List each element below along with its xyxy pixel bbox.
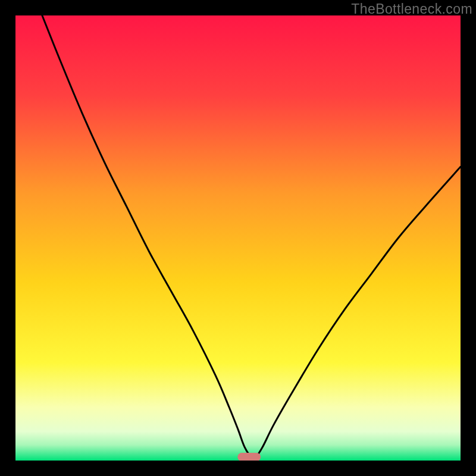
chart-frame: TheBottleneck.com [0,0,476,476]
chart-svg [15,15,461,461]
watermark-text: TheBottleneck.com [351,1,472,17]
optimum-marker [237,453,261,461]
plot-area [15,15,461,461]
chart-background [15,15,461,461]
